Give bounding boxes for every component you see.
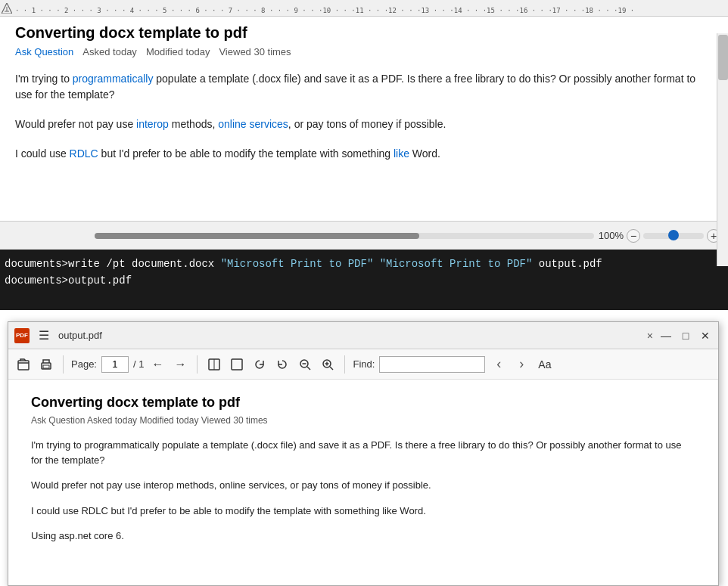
pdf-minimize-button[interactable]: — [659,329,673,343]
pdf-rotate-ccw-button[interactable] [273,355,291,374]
ruler: · · 1 · · · 2 · · · 3 · · · 4 · · · 5 · … [0,0,728,17]
pdf-page-total: / 1 [133,358,144,370]
pdf-find-input[interactable] [379,356,485,373]
svg-rect-5 [43,365,49,368]
zoom-out-button[interactable]: − [627,229,640,243]
pdf-next-page-button[interactable]: → [171,355,189,374]
modified-date: Modified today [146,46,210,57]
pdf-window-controls: — □ ✕ [659,329,712,343]
pdf-tab-close[interactable]: × [647,330,653,342]
pdf-toolbar-divider-3 [344,355,345,374]
vertical-scrollbar-thumb[interactable] [718,35,728,80]
pdf-rotate-cw-button[interactable] [250,355,269,374]
pdf-para-2: Would prefer not pay use interop methods… [31,478,695,493]
pdf-view-mode-2[interactable] [228,355,246,374]
doc-scrollbar[interactable]: 100% − + [0,221,728,250]
pdf-icon: PDF [14,328,30,343]
pdf-content: Converting docx template to pdf Ask Ques… [8,380,718,586]
terminal: documents>write /pt document.docx "Micro… [0,250,728,310]
pdf-page-input[interactable] [101,356,129,373]
doc-area: Converting docx template to pdf Ask Ques… [0,17,728,250]
pdf-filename: output.pdf [58,330,641,341]
pdf-open-file-button[interactable] [14,355,33,374]
svg-line-15 [330,367,333,370]
ruler-icon [2,3,12,14]
pdf-doc-title: Converting docx template to pdf [31,395,695,411]
pdf-doc-meta: Ask Question Asked today Modified today … [31,415,695,426]
doc-para-3: I could use RDLC but I'd prefer to be ab… [15,146,713,162]
vertical-scrollbar[interactable] [717,33,728,266]
pdf-para-3: I could use RDLC but I'd prefer to be ab… [31,504,695,519]
pdf-print-button[interactable] [37,355,55,374]
asked-date: Asked today [82,46,137,57]
pdf-find-label: Find: [353,358,375,370]
pdf-window: PDF ☰ output.pdf × — □ ✕ Page: / 1 ← → [8,321,719,586]
viewed-count: Viewed 30 times [219,46,291,57]
horizontal-scrollbar-track[interactable] [95,233,594,239]
doc-title: Converting docx template to pdf [15,24,713,42]
svg-line-11 [307,367,310,370]
terminal-cmd-2: output.pdf [532,258,602,270]
doc-body: I'm trying to programmatically populate … [15,71,713,162]
terminal-line-2: documents>output.pdf [5,272,723,289]
pdf-text-size-button[interactable]: Aa [538,358,551,371]
terminal-str-1: "Microsoft Print to PDF" [221,258,374,270]
pdf-doc-body: I'm trying to programmatically populate … [31,438,695,544]
terminal-str-2: "Microsoft Print to PDF" [380,258,533,270]
doc-meta: Ask Question Asked today Modified today … [15,46,713,57]
svg-rect-3 [18,361,29,370]
pdf-menu-button[interactable]: ☰ [36,328,52,343]
ask-question-link[interactable]: Ask Question [15,46,73,57]
pdf-zoom-out-button[interactable] [296,355,314,374]
terminal-line-1: documents>write /pt document.docx "Micro… [5,256,723,272]
pdf-zoom-in-button[interactable] [319,355,337,374]
terminal-cmd-3: documents>output.pdf [5,274,132,287]
ruler-ticks: · · 1 · · · 2 · · · 3 · · · 4 · · · 5 · … [0,7,634,16]
pdf-maximize-button[interactable]: □ [679,329,692,343]
pdf-para-1: I'm trying to programmatically populate … [31,438,695,467]
zoom-slider[interactable] [643,233,704,239]
pdf-prev-page-button[interactable]: ← [148,355,166,374]
pdf-find-next-button[interactable]: › [512,355,530,374]
pdf-toolbar-divider-1 [63,355,64,374]
pdf-find-prev-button[interactable]: ‹ [490,355,508,374]
horizontal-scrollbar-thumb[interactable] [95,233,419,239]
pdf-close-button[interactable]: ✕ [698,329,712,343]
pdf-view-mode-1[interactable] [205,355,223,374]
svg-rect-8 [232,359,242,370]
pdf-toolbar-divider-2 [197,355,198,374]
zoom-control: 100% − + [599,229,720,243]
terminal-cmd-1: documents>write /pt document.docx [5,258,221,270]
doc-para-2: Would prefer not pay use interop methods… [15,116,713,132]
pdf-para-4: Using asp.net core 6. [31,529,695,544]
zoom-level: 100% [599,230,624,241]
doc-para-1: I'm trying to programmatically populate … [15,71,713,103]
zoom-slider-thumb[interactable] [668,230,679,240]
pdf-page-label: Page: [71,358,97,370]
pdf-titlebar: PDF ☰ output.pdf × — □ ✕ [8,322,718,349]
pdf-toolbar: Page: / 1 ← → Find: ‹ › Aa [8,349,718,380]
